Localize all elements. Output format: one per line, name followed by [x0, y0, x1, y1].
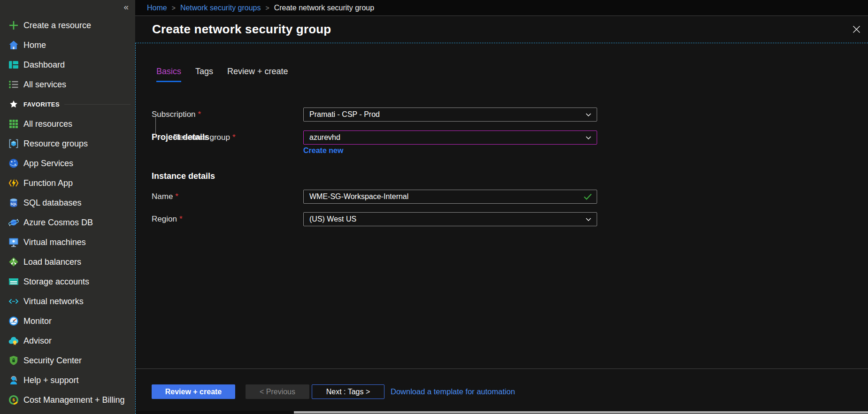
app-services-icon	[8, 158, 19, 169]
breadcrumb-separator: >	[266, 4, 269, 12]
cost-management-icon: $	[8, 394, 19, 406]
close-icon[interactable]	[853, 25, 860, 33]
sidebar-item-label: Virtual machines	[23, 238, 86, 247]
tab-review-create[interactable]: Review + create	[227, 67, 288, 82]
create-nsg-form: BasicsTagsReview + create Project detail…	[135, 43, 868, 414]
svg-text:$: $	[12, 398, 15, 402]
help-support-icon	[8, 375, 19, 386]
sidebar-item-security-center[interactable]: Security Center	[0, 351, 135, 370]
sidebar-item-all-resources[interactable]: All resources	[0, 114, 135, 134]
tab-basics[interactable]: Basics	[156, 67, 181, 82]
breadcrumb-separator: >	[172, 4, 176, 12]
sidebar-collapse-button[interactable]: «	[123, 2, 129, 11]
sidebar-item-monitor[interactable]: Monitor	[0, 311, 135, 331]
svg-text:SQL: SQL	[10, 202, 16, 206]
main-area: Home>Network security groups>Create netw…	[135, 0, 868, 414]
sidebar-item-label: SQL databases	[23, 198, 81, 208]
sidebar-item-virtual-machines[interactable]: Virtual machines	[0, 232, 135, 252]
all-resources-icon	[8, 118, 19, 130]
sidebar-item-virtual-networks[interactable]: Virtual networks	[0, 291, 135, 311]
sidebar-item-label: All services	[23, 80, 66, 90]
resource-groups-icon	[8, 138, 19, 149]
sidebar-item-storage-accounts[interactable]: Storage accounts	[0, 272, 135, 291]
instance-details-heading: Instance details	[152, 171, 215, 181]
sidebar-item-all-services[interactable]: All services	[0, 75, 135, 94]
sidebar-item-label: Dashboard	[23, 60, 65, 70]
sidebar-item-help-support[interactable]: Help + support	[0, 370, 135, 390]
sidebar-item-label: Monitor	[23, 316, 52, 326]
plus-icon	[8, 20, 19, 31]
sidebar-item-label: Virtual networks	[23, 297, 84, 307]
sidebar-item-dashboard[interactable]: Dashboard	[0, 55, 135, 75]
sidebar-item-app-services[interactable]: App Services	[0, 153, 135, 173]
sidebar-item-label: Create a resource	[23, 21, 91, 31]
resource-group-select[interactable]: azurevhd	[303, 130, 597, 145]
star-icon	[8, 99, 19, 110]
sidebar-item-label: All resources	[23, 119, 72, 129]
panel-header: Create network security group	[135, 15, 868, 43]
region-label: Region*	[152, 212, 183, 226]
sidebar-item-label: App Services	[23, 159, 73, 169]
sidebar-item-label: Help + support	[23, 376, 79, 385]
wizard-footer: Review + create < Previous Next : Tags >…	[136, 368, 868, 411]
required-asterisk: *	[232, 133, 236, 142]
previous-button[interactable]: < Previous	[246, 384, 309, 399]
sidebar-item-label: Function App	[23, 178, 73, 188]
next-tags-button[interactable]: Next : Tags >	[312, 384, 384, 399]
sidebar-item-label: Advisor	[23, 336, 52, 346]
subscription-select[interactable]: Pramati - CSP - Prod	[303, 107, 597, 122]
storage-accounts-icon	[8, 276, 19, 287]
sidebar-item-resource-groups[interactable]: Resource groups	[0, 134, 135, 153]
region-select[interactable]: (US) West US	[303, 212, 597, 226]
sidebar-item-label: Storage accounts	[23, 277, 89, 287]
horizontal-scrollbar[interactable]	[136, 411, 868, 414]
download-template-link[interactable]: Download a template for automation	[391, 384, 515, 399]
page-title: Create network security group	[152, 22, 331, 37]
scrollbar-thumb[interactable]	[294, 411, 868, 414]
review-create-button[interactable]: Review + create	[152, 384, 235, 399]
tab-tags[interactable]: Tags	[195, 67, 213, 82]
sidebar-item-cost-management-billing[interactable]: $Cost Management + Billing	[0, 390, 135, 410]
function-app-icon	[8, 177, 19, 189]
breadcrumb-network-security-groups[interactable]: Network security groups	[180, 4, 261, 12]
sidebar-item-advisor[interactable]: Advisor	[0, 331, 135, 351]
chevron-down-icon	[585, 111, 592, 118]
breadcrumb: Home>Network security groups>Create netw…	[135, 0, 868, 15]
required-asterisk: *	[198, 110, 201, 119]
breadcrumb-home[interactable]: Home	[147, 4, 167, 12]
tab-bar: BasicsTagsReview + create	[156, 67, 288, 82]
sidebar-item-load-balancers[interactable]: Load balancers	[0, 252, 135, 272]
sidebar: « Create a resourceHomeDashboardAll serv…	[0, 0, 135, 414]
resource-group-connector	[155, 117, 171, 138]
monitor-icon	[8, 315, 19, 327]
sidebar-item-label: Azure Cosmos DB	[23, 218, 93, 228]
sidebar-item-create-a-resource[interactable]: Create a resource	[0, 15, 135, 35]
chevron-down-icon	[585, 134, 592, 141]
sidebar-section-favorites: FAVORITES	[0, 94, 135, 114]
sidebar-item-label: Security Center	[23, 356, 82, 366]
section-divider	[64, 104, 131, 105]
sidebar-item-label: Resource groups	[23, 139, 88, 149]
home-icon	[8, 39, 19, 51]
virtual-networks-icon	[8, 296, 19, 307]
resource-group-label: Resource group*	[173, 130, 236, 145]
sidebar-item-azure-cosmos-db[interactable]: Azure Cosmos DB	[0, 213, 135, 232]
sidebar-item-label: FAVORITES	[23, 101, 60, 108]
valid-check-icon	[584, 193, 592, 200]
breadcrumb-create-network-security-group: Create network security group	[274, 4, 374, 12]
cosmos-db-icon	[8, 217, 19, 228]
sidebar-item-sql-databases[interactable]: SQLSQL databases	[0, 193, 135, 213]
sidebar-item-home[interactable]: Home	[0, 35, 135, 55]
sidebar-item-label: Home	[23, 40, 46, 50]
sidebar-item-label: Load balancers	[23, 257, 81, 267]
name-input[interactable]: WME-SG-Workspace-Internal	[303, 190, 597, 204]
advisor-icon	[8, 335, 19, 346]
chevron-down-icon	[585, 216, 592, 223]
sql-databases-icon: SQL	[8, 197, 19, 208]
required-asterisk: *	[179, 215, 183, 223]
create-new-link[interactable]: Create new	[303, 146, 343, 155]
dashboard-icon	[8, 59, 19, 70]
sidebar-nav: Create a resourceHomeDashboardAll servic…	[0, 0, 135, 410]
security-center-icon	[8, 355, 19, 366]
sidebar-item-function-app[interactable]: Function App	[0, 173, 135, 193]
